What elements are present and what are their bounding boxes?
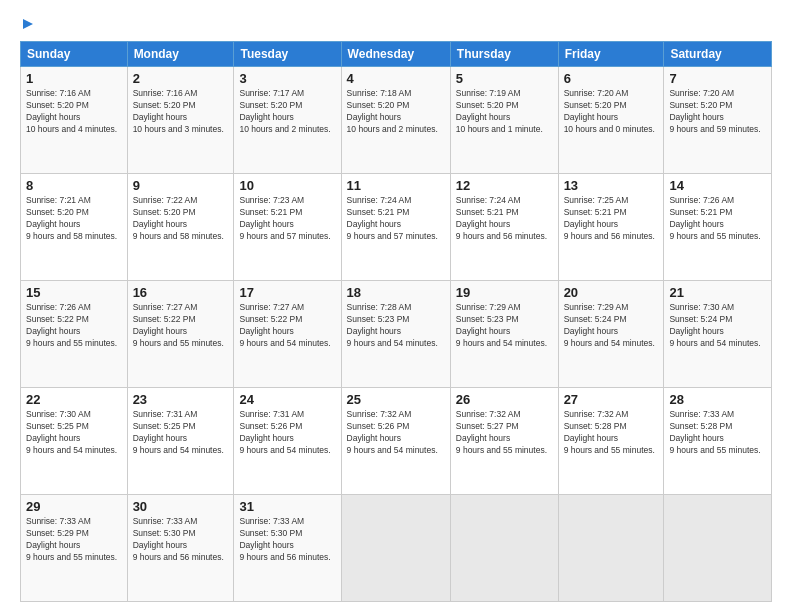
- day-info: Sunrise: 7:16 AM Sunset: 5:20 PM Dayligh…: [26, 88, 122, 136]
- day-cell: 14 Sunrise: 7:26 AM Sunset: 5:21 PM Dayl…: [664, 174, 772, 281]
- week-row-5: 29 Sunrise: 7:33 AM Sunset: 5:29 PM Dayl…: [21, 495, 772, 602]
- day-info: Sunrise: 7:22 AM Sunset: 5:20 PM Dayligh…: [133, 195, 229, 243]
- day-cell: 24 Sunrise: 7:31 AM Sunset: 5:26 PM Dayl…: [234, 388, 341, 495]
- day-cell: 26 Sunrise: 7:32 AM Sunset: 5:27 PM Dayl…: [450, 388, 558, 495]
- day-cell: 7 Sunrise: 7:20 AM Sunset: 5:20 PM Dayli…: [664, 67, 772, 174]
- day-info: Sunrise: 7:29 AM Sunset: 5:23 PM Dayligh…: [456, 302, 553, 350]
- week-row-2: 8 Sunrise: 7:21 AM Sunset: 5:20 PM Dayli…: [21, 174, 772, 281]
- day-number: 13: [564, 178, 659, 193]
- day-cell: 21 Sunrise: 7:30 AM Sunset: 5:24 PM Dayl…: [664, 281, 772, 388]
- day-info: Sunrise: 7:31 AM Sunset: 5:26 PM Dayligh…: [239, 409, 335, 457]
- day-info: Sunrise: 7:27 AM Sunset: 5:22 PM Dayligh…: [239, 302, 335, 350]
- day-cell: 29 Sunrise: 7:33 AM Sunset: 5:29 PM Dayl…: [21, 495, 128, 602]
- day-info: Sunrise: 7:16 AM Sunset: 5:20 PM Dayligh…: [133, 88, 229, 136]
- day-info: Sunrise: 7:17 AM Sunset: 5:20 PM Dayligh…: [239, 88, 335, 136]
- day-cell: 12 Sunrise: 7:24 AM Sunset: 5:21 PM Dayl…: [450, 174, 558, 281]
- day-cell: 28 Sunrise: 7:33 AM Sunset: 5:28 PM Dayl…: [664, 388, 772, 495]
- day-info: Sunrise: 7:30 AM Sunset: 5:24 PM Dayligh…: [669, 302, 766, 350]
- day-number: 26: [456, 392, 553, 407]
- day-cell: [450, 495, 558, 602]
- header-cell-friday: Friday: [558, 42, 664, 67]
- day-cell: 16 Sunrise: 7:27 AM Sunset: 5:22 PM Dayl…: [127, 281, 234, 388]
- day-info: Sunrise: 7:33 AM Sunset: 5:30 PM Dayligh…: [239, 516, 335, 564]
- day-info: Sunrise: 7:26 AM Sunset: 5:21 PM Dayligh…: [669, 195, 766, 243]
- day-info: Sunrise: 7:33 AM Sunset: 5:30 PM Dayligh…: [133, 516, 229, 564]
- day-info: Sunrise: 7:20 AM Sunset: 5:20 PM Dayligh…: [669, 88, 766, 136]
- day-number: 7: [669, 71, 766, 86]
- day-number: 25: [347, 392, 445, 407]
- day-cell: 30 Sunrise: 7:33 AM Sunset: 5:30 PM Dayl…: [127, 495, 234, 602]
- calendar-body: 1 Sunrise: 7:16 AM Sunset: 5:20 PM Dayli…: [21, 67, 772, 602]
- day-number: 15: [26, 285, 122, 300]
- day-cell: 6 Sunrise: 7:20 AM Sunset: 5:20 PM Dayli…: [558, 67, 664, 174]
- day-number: 12: [456, 178, 553, 193]
- day-number: 17: [239, 285, 335, 300]
- day-info: Sunrise: 7:24 AM Sunset: 5:21 PM Dayligh…: [456, 195, 553, 243]
- day-number: 14: [669, 178, 766, 193]
- day-number: 31: [239, 499, 335, 514]
- day-cell: 19 Sunrise: 7:29 AM Sunset: 5:23 PM Dayl…: [450, 281, 558, 388]
- day-number: 18: [347, 285, 445, 300]
- day-info: Sunrise: 7:23 AM Sunset: 5:21 PM Dayligh…: [239, 195, 335, 243]
- day-cell: [664, 495, 772, 602]
- day-cell: 15 Sunrise: 7:26 AM Sunset: 5:22 PM Dayl…: [21, 281, 128, 388]
- day-number: 4: [347, 71, 445, 86]
- day-cell: 13 Sunrise: 7:25 AM Sunset: 5:21 PM Dayl…: [558, 174, 664, 281]
- day-info: Sunrise: 7:32 AM Sunset: 5:26 PM Dayligh…: [347, 409, 445, 457]
- day-number: 9: [133, 178, 229, 193]
- day-number: 27: [564, 392, 659, 407]
- day-info: Sunrise: 7:33 AM Sunset: 5:29 PM Dayligh…: [26, 516, 122, 564]
- day-number: 2: [133, 71, 229, 86]
- day-number: 21: [669, 285, 766, 300]
- day-cell: 3 Sunrise: 7:17 AM Sunset: 5:20 PM Dayli…: [234, 67, 341, 174]
- logo: [20, 16, 35, 31]
- header-cell-monday: Monday: [127, 42, 234, 67]
- day-cell: 8 Sunrise: 7:21 AM Sunset: 5:20 PM Dayli…: [21, 174, 128, 281]
- day-info: Sunrise: 7:19 AM Sunset: 5:20 PM Dayligh…: [456, 88, 553, 136]
- day-number: 3: [239, 71, 335, 86]
- day-info: Sunrise: 7:28 AM Sunset: 5:23 PM Dayligh…: [347, 302, 445, 350]
- day-number: 20: [564, 285, 659, 300]
- day-number: 8: [26, 178, 122, 193]
- week-row-1: 1 Sunrise: 7:16 AM Sunset: 5:20 PM Dayli…: [21, 67, 772, 174]
- day-cell: 1 Sunrise: 7:16 AM Sunset: 5:20 PM Dayli…: [21, 67, 128, 174]
- day-cell: 22 Sunrise: 7:30 AM Sunset: 5:25 PM Dayl…: [21, 388, 128, 495]
- day-number: 5: [456, 71, 553, 86]
- day-info: Sunrise: 7:21 AM Sunset: 5:20 PM Dayligh…: [26, 195, 122, 243]
- header-row: SundayMondayTuesdayWednesdayThursdayFrid…: [21, 42, 772, 67]
- day-cell: 25 Sunrise: 7:32 AM Sunset: 5:26 PM Dayl…: [341, 388, 450, 495]
- day-cell: 17 Sunrise: 7:27 AM Sunset: 5:22 PM Dayl…: [234, 281, 341, 388]
- day-number: 22: [26, 392, 122, 407]
- day-info: Sunrise: 7:27 AM Sunset: 5:22 PM Dayligh…: [133, 302, 229, 350]
- day-number: 10: [239, 178, 335, 193]
- day-info: Sunrise: 7:25 AM Sunset: 5:21 PM Dayligh…: [564, 195, 659, 243]
- day-number: 1: [26, 71, 122, 86]
- week-row-3: 15 Sunrise: 7:26 AM Sunset: 5:22 PM Dayl…: [21, 281, 772, 388]
- day-cell: 31 Sunrise: 7:33 AM Sunset: 5:30 PM Dayl…: [234, 495, 341, 602]
- calendar-header: SundayMondayTuesdayWednesdayThursdayFrid…: [21, 42, 772, 67]
- logo-arrow-icon: [21, 17, 35, 31]
- day-cell: 5 Sunrise: 7:19 AM Sunset: 5:20 PM Dayli…: [450, 67, 558, 174]
- day-cell: 2 Sunrise: 7:16 AM Sunset: 5:20 PM Dayli…: [127, 67, 234, 174]
- day-number: 28: [669, 392, 766, 407]
- day-number: 11: [347, 178, 445, 193]
- header-cell-sunday: Sunday: [21, 42, 128, 67]
- day-number: 24: [239, 392, 335, 407]
- header-cell-saturday: Saturday: [664, 42, 772, 67]
- day-cell: 11 Sunrise: 7:24 AM Sunset: 5:21 PM Dayl…: [341, 174, 450, 281]
- day-number: 16: [133, 285, 229, 300]
- calendar: SundayMondayTuesdayWednesdayThursdayFrid…: [20, 41, 772, 602]
- day-cell: [558, 495, 664, 602]
- day-info: Sunrise: 7:29 AM Sunset: 5:24 PM Dayligh…: [564, 302, 659, 350]
- day-number: 29: [26, 499, 122, 514]
- day-cell: [341, 495, 450, 602]
- day-number: 6: [564, 71, 659, 86]
- svg-marker-0: [23, 19, 33, 29]
- day-info: Sunrise: 7:20 AM Sunset: 5:20 PM Dayligh…: [564, 88, 659, 136]
- day-cell: 9 Sunrise: 7:22 AM Sunset: 5:20 PM Dayli…: [127, 174, 234, 281]
- day-info: Sunrise: 7:33 AM Sunset: 5:28 PM Dayligh…: [669, 409, 766, 457]
- day-number: 30: [133, 499, 229, 514]
- header: [20, 16, 772, 31]
- day-cell: 27 Sunrise: 7:32 AM Sunset: 5:28 PM Dayl…: [558, 388, 664, 495]
- header-cell-thursday: Thursday: [450, 42, 558, 67]
